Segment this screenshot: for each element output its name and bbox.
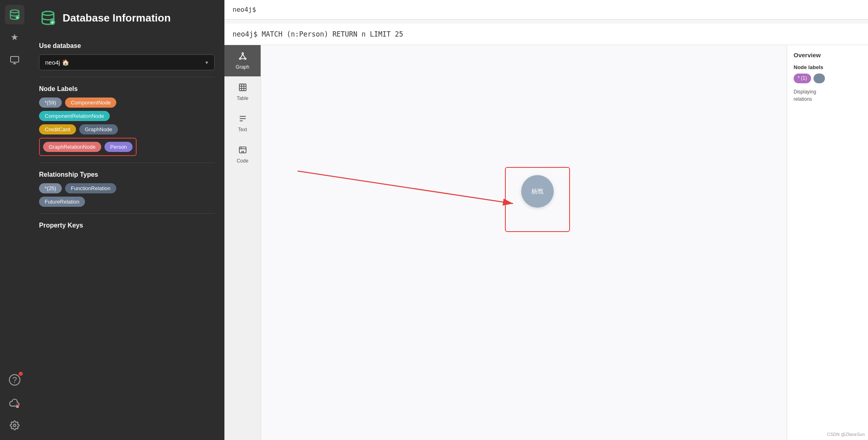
- text-button-label: Text: [238, 127, 247, 132]
- database-info-panel: Database Information Use database neo4j …: [29, 0, 224, 440]
- top-bar[interactable]: neo4j$: [224, 0, 868, 20]
- right-description: Displayingrelations: [794, 88, 861, 103]
- svg-line-11: [240, 54, 243, 58]
- code-icon: [238, 145, 247, 156]
- table-button-label: Table: [237, 95, 248, 101]
- code-button-label: Code: [237, 158, 248, 164]
- svg-line-23: [298, 171, 513, 204]
- svg-text:✕: ✕: [16, 405, 19, 408]
- right-node-labels-label: Node labels: [794, 64, 861, 70]
- rel-tag-all[interactable]: *(25): [39, 183, 62, 193]
- sidebar-icons-panel: ★ ? ✕: [0, 0, 29, 440]
- divider-2: [39, 163, 215, 163]
- svg-point-9: [239, 58, 241, 60]
- svg-rect-2: [11, 56, 19, 62]
- db-panel-body: Use database neo4j 🏠 Node Labels *(59) C…: [29, 34, 224, 244]
- graph-view-button[interactable]: Graph: [224, 45, 261, 76]
- node-labels-container: *(59) ComponentNode: [39, 98, 215, 108]
- text-view-button[interactable]: Text: [224, 108, 261, 139]
- db-panel-title: Database Information: [63, 12, 171, 24]
- divider-1: [39, 77, 215, 77]
- relationship-types-row1: *(25) FunctionRelation: [39, 183, 215, 193]
- query-text: neo4j$ MATCH (n:Person) RETURN n LIMIT 2…: [233, 30, 403, 38]
- svg-rect-14: [239, 84, 246, 91]
- view-buttons-panel: Graph Table: [224, 45, 261, 440]
- relationship-types-title: Relationship Types: [39, 171, 215, 178]
- right-tag-person[interactable]: * (1): [794, 74, 811, 83]
- query-bar[interactable]: neo4j$ MATCH (n:Person) RETURN n LIMIT 2…: [224, 24, 868, 45]
- view-area: Graph Table: [224, 45, 868, 440]
- table-icon: [238, 83, 247, 94]
- right-tags-container: * (1): [794, 74, 861, 83]
- sidebar-item-monitor[interactable]: [5, 50, 24, 70]
- use-database-label: Use database: [39, 42, 215, 50]
- database-select[interactable]: neo4j 🏠: [39, 54, 215, 70]
- top-bar-text: neo4j$: [233, 6, 256, 13]
- sidebar-item-database[interactable]: [5, 5, 24, 24]
- sidebar-item-help[interactable]: ?: [5, 370, 24, 390]
- right-panel-title: Overview: [794, 52, 861, 59]
- node-label-tag-componentrelationnode[interactable]: ComponentRelationNode: [39, 111, 110, 121]
- code-view-button[interactable]: Code: [224, 139, 261, 170]
- node-labels-row2: ComponentRelationNode: [39, 111, 215, 121]
- graph-icon: [238, 52, 247, 63]
- right-panel: Overview Node labels * (1) Displayingrel…: [787, 45, 868, 440]
- divider-3: [39, 213, 215, 214]
- node-labels-row3: CreditCard GraphNode: [39, 124, 215, 134]
- node-label-tag-creditcard[interactable]: CreditCard: [39, 124, 76, 134]
- sidebar-item-cloud-error[interactable]: ✕: [5, 393, 24, 412]
- rel-tag-functionrelation[interactable]: FunctionRelation: [65, 183, 116, 193]
- svg-point-8: [242, 53, 244, 54]
- node-label-tag-graphnode[interactable]: GraphNode: [79, 124, 118, 134]
- rel-tag-futurerelation[interactable]: FutureRelation: [39, 197, 85, 207]
- sidebar-item-favorites[interactable]: ★: [5, 28, 24, 47]
- svg-line-12: [243, 54, 245, 58]
- graph-canvas[interactable]: 杨戬: [261, 45, 787, 440]
- node-label-tag-componentnode[interactable]: ComponentNode: [65, 98, 116, 108]
- database-select-wrapper[interactable]: neo4j 🏠: [39, 54, 215, 70]
- db-panel-header: Database Information: [29, 0, 224, 34]
- table-view-button[interactable]: Table: [224, 76, 261, 108]
- graph-node-yangjian[interactable]: 杨戬: [521, 175, 554, 208]
- svg-point-0: [11, 10, 19, 13]
- help-badge: [19, 372, 23, 376]
- node-labels-highlight-box: GraphRelationNode Person: [39, 138, 137, 156]
- db-header-icon: [39, 9, 57, 27]
- arrow-annotation: [261, 45, 787, 440]
- node-labels-title: Node Labels: [39, 85, 215, 93]
- relationship-types-row2: FutureRelation: [39, 197, 215, 207]
- svg-rect-19: [239, 147, 246, 153]
- node-labels-highlight-row: GraphRelationNode Person: [39, 138, 215, 156]
- svg-point-5: [13, 424, 16, 427]
- graph-button-label: Graph: [236, 64, 249, 70]
- node-label-tag-graphrelationnode[interactable]: GraphRelationNode: [43, 142, 101, 152]
- node-label: 杨戬: [531, 188, 544, 195]
- sidebar-item-settings[interactable]: [5, 416, 24, 435]
- property-keys-title: Property Keys: [39, 222, 215, 229]
- right-tag-other[interactable]: [814, 74, 825, 83]
- svg-point-6: [42, 11, 54, 15]
- text-icon: [238, 114, 247, 125]
- node-label-tag-person[interactable]: Person: [104, 142, 133, 152]
- svg-point-10: [244, 58, 246, 60]
- main-content: neo4j$ neo4j$ MATCH (n:Person) RETURN n …: [224, 0, 868, 440]
- node-label-tag-all[interactable]: *(59): [39, 98, 62, 108]
